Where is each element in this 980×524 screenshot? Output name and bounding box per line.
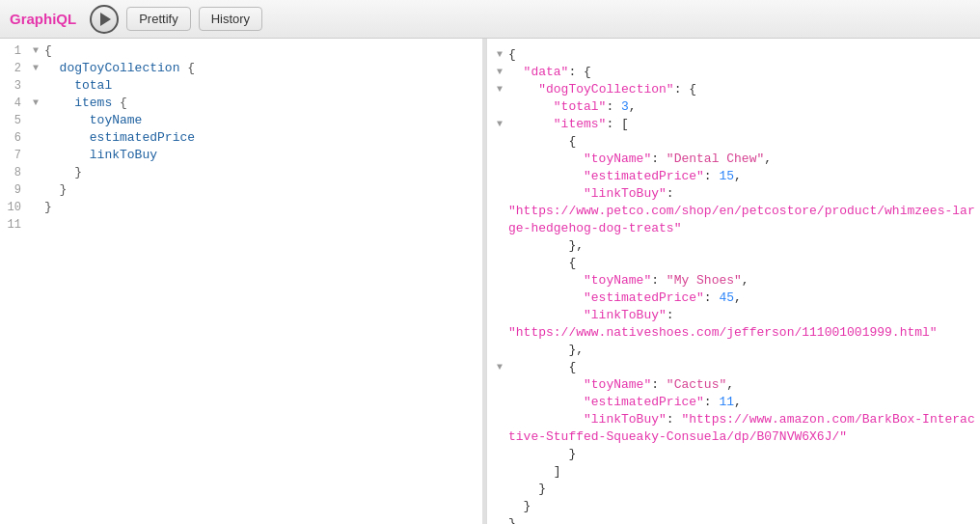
main-area: 1 ▼ { 2 ▼ dogToyCollection { 3 total <box>0 39 980 524</box>
line-toggle-7 <box>29 147 42 164</box>
panel-resize-handle[interactable] <box>482 39 486 524</box>
run-button[interactable] <box>90 5 119 34</box>
result-line-item3-open: ▼ { <box>493 359 980 376</box>
line-num-4: 4 <box>0 95 29 112</box>
line-toggle-2[interactable]: ▼ <box>29 60 42 77</box>
result-line-link1: "linkToBuy": "https://www.petco.com/shop… <box>493 185 980 237</box>
result-line-toyname3: "toyName": "Cactus", <box>493 376 980 394</box>
line-toggle-3 <box>29 77 42 95</box>
line-num-2: 2 <box>0 60 29 77</box>
line-num-7: 7 <box>0 147 29 164</box>
editor-line-1: 1 ▼ { <box>0 42 486 60</box>
editor-content[interactable]: 1 ▼ { 2 ▼ dogToyCollection { 3 total <box>0 39 486 524</box>
result-line-item2-close: }, <box>493 342 980 359</box>
result-line-item1-open: { <box>493 133 980 151</box>
line-num-1: 1 <box>0 42 29 60</box>
line-num-11: 11 <box>0 216 29 234</box>
result-line-price1: "estimatedPrice": 15, <box>493 168 980 185</box>
editor-line-11: 11 <box>0 216 486 234</box>
result-toggle-item3[interactable]: ▼ <box>493 359 506 376</box>
line-num-8: 8 <box>0 164 29 181</box>
result-line-total: "total": 3, <box>493 98 980 116</box>
line-code-3: total <box>42 77 486 95</box>
result-toggle-collection[interactable]: ▼ <box>493 81 506 98</box>
editor-line-7: 7 linkToBuy <box>0 147 486 164</box>
line-toggle-11 <box>29 216 42 234</box>
result-line-root-close: } <box>493 515 980 524</box>
result-line-array-close: ] <box>493 463 980 481</box>
editor-line-6: 6 estimatedPrice <box>0 129 486 147</box>
result-toggle-items[interactable]: ▼ <box>493 116 506 133</box>
play-icon <box>100 13 111 26</box>
editor-line-5: 5 toyName <box>0 112 486 129</box>
result-toggle-root[interactable]: ▼ <box>493 46 506 64</box>
result-line-data: ▼ "data": { <box>493 64 980 81</box>
editor-line-9: 9 } <box>0 181 486 199</box>
result-line-price3: "estimatedPrice": 11, <box>493 394 980 411</box>
line-num-10: 10 <box>0 199 29 216</box>
line-code-10: } <box>42 199 486 216</box>
editor-line-3: 3 total <box>0 77 486 95</box>
result-line-item2-open: { <box>493 255 980 272</box>
prettify-button[interactable]: Prettify <box>126 7 190 31</box>
line-toggle-10 <box>29 199 42 216</box>
code-lines: 1 ▼ { 2 ▼ dogToyCollection { 3 total <box>0 42 486 234</box>
line-code-1: { <box>42 42 486 60</box>
result-content: ▼ { ▼ "data": { ▼ "dogToyCollection": { … <box>487 42 980 524</box>
line-code-5: toyName <box>42 112 486 129</box>
result-line-root-open: ▼ { <box>493 46 980 64</box>
line-num-9: 9 <box>0 181 29 199</box>
result-panel[interactable]: ▼ { ▼ "data": { ▼ "dogToyCollection": { … <box>487 39 980 524</box>
line-toggle-6 <box>29 129 42 147</box>
app-title: GraphiQL <box>10 11 76 27</box>
result-line-item1-close: }, <box>493 237 980 255</box>
line-num-3: 3 <box>0 77 29 95</box>
toolbar: GraphiQL Prettify History <box>0 0 980 39</box>
result-line-item3-close: } <box>493 446 980 463</box>
result-line-collection-close: } <box>493 481 980 498</box>
line-code-2: dogToyCollection { <box>42 60 486 77</box>
editor-line-2: 2 ▼ dogToyCollection { <box>0 60 486 77</box>
line-toggle-5 <box>29 112 42 129</box>
result-line-price2: "estimatedPrice": 45, <box>493 290 980 307</box>
result-line-link3: "linkToBuy": "https://www.amazon.com/Bar… <box>493 411 980 446</box>
history-button[interactable]: History <box>199 7 262 31</box>
result-line-toyname2: "toyName": "My Shoes", <box>493 272 980 290</box>
line-toggle-1[interactable]: ▼ <box>29 42 42 60</box>
line-toggle-9 <box>29 181 42 199</box>
line-toggle-8 <box>29 164 42 181</box>
line-code-8: } <box>42 164 486 181</box>
line-code-6: estimatedPrice <box>42 129 486 147</box>
line-num-5: 5 <box>0 112 29 129</box>
query-editor[interactable]: 1 ▼ { 2 ▼ dogToyCollection { 3 total <box>0 39 487 524</box>
result-line-link2: "linkToBuy": "https://www.nativeshoes.co… <box>493 307 980 342</box>
result-line-items: ▼ "items": [ <box>493 116 980 133</box>
result-line-data-close: } <box>493 498 980 515</box>
result-toggle-data[interactable]: ▼ <box>493 64 506 81</box>
line-code-4: items { <box>42 95 486 112</box>
editor-line-4: 4 ▼ items { <box>0 95 486 112</box>
line-num-6: 6 <box>0 129 29 147</box>
line-code-7: linkToBuy <box>42 147 486 164</box>
editor-line-8: 8 } <box>0 164 486 181</box>
editor-line-10: 10 } <box>0 199 486 216</box>
line-code-9: } <box>42 181 486 199</box>
line-toggle-4[interactable]: ▼ <box>29 95 42 112</box>
result-line-toyname1: "toyName": "Dental Chew", <box>493 151 980 168</box>
result-line-collection: ▼ "dogToyCollection": { <box>493 81 980 98</box>
